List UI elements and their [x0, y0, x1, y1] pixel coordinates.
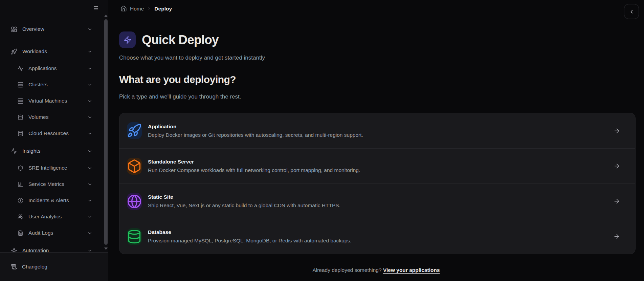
chevron-down-icon — [87, 66, 92, 71]
sidebar-item-label: Service Metrics — [28, 181, 64, 187]
app-window: Overview Workloads Applications Clusters… — [0, 0, 644, 281]
chevron-left-icon — [629, 9, 635, 15]
globe-icon — [127, 193, 142, 210]
sidebar-item-label: Volumes — [28, 114, 48, 120]
deploy-option-standalone-server[interactable]: Standalone Server Run Docker Compose wor… — [119, 148, 635, 183]
sidebar-item-label: Virtual Machines — [28, 98, 67, 104]
arrow-right-icon — [613, 233, 620, 240]
database-icon — [18, 131, 23, 136]
chevron-down-icon — [87, 27, 92, 32]
chevron-down-icon — [87, 166, 92, 171]
deploy-option-description: Provision managed MySQL, PostgreSQL, Mon… — [148, 238, 351, 244]
chevron-down-icon — [87, 131, 92, 136]
section-subheading: Pick a type and we'll guide you through … — [119, 93, 241, 100]
chevron-down-icon — [87, 182, 92, 187]
view-applications-link[interactable]: View your applications — [383, 267, 440, 273]
arrow-right-icon — [613, 198, 620, 205]
users-icon — [18, 214, 23, 220]
sidebar-item-overview[interactable]: Overview — [0, 22, 108, 36]
deploy-option-title: Static Site — [148, 194, 340, 200]
deploy-option-database[interactable]: Database Provision managed MySQL, Postgr… — [119, 219, 635, 254]
database-icon — [127, 228, 142, 245]
page-header: Quick Deploy — [119, 31, 219, 48]
sidebar-scrollbar-down-arrow[interactable] — [104, 247, 108, 250]
sidebar-item-label: Overview — [22, 26, 44, 32]
sidebar-item-automation[interactable]: Automation — [0, 244, 108, 252]
deploy-option-static-site[interactable]: Static Site Ship React, Vue, Next.js or … — [119, 183, 635, 219]
deploy-options-list: Application Deploy Docker images or Git … — [119, 113, 636, 254]
sidebar-item-label: Changelog — [22, 264, 47, 270]
rocket-icon — [127, 122, 142, 139]
sidebar-item-user-analytics[interactable]: User Analytics — [0, 210, 108, 223]
zap-icon — [124, 36, 132, 44]
sidebar: Overview Workloads Applications Clusters… — [0, 0, 108, 281]
chevron-down-icon — [87, 198, 92, 203]
sidebar-item-audit-logs[interactable]: Audit Logs — [0, 226, 108, 240]
chevron-down-icon — [87, 231, 92, 236]
sidebar-item-label: SRE Intelligence — [28, 165, 67, 171]
scroll-text-icon — [11, 264, 17, 270]
sidebar-item-virtual-machines[interactable]: Virtual Machines — [0, 94, 108, 108]
sidebar-item-label: User Analytics — [28, 214, 62, 220]
breadcrumb: Home Deploy — [120, 5, 172, 12]
home-icon — [120, 5, 127, 12]
deploy-option-description: Run Docker Compose workloads with full n… — [148, 167, 360, 173]
sparkles-icon — [11, 247, 17, 253]
layout-dashboard-icon — [11, 26, 17, 33]
sidebar-item-workloads[interactable]: Workloads — [0, 45, 108, 58]
deploy-option-description: Deploy Docker images or Git repositories… — [148, 132, 363, 138]
quick-deploy-icon-tile — [119, 31, 136, 48]
deploy-option-title: Database — [148, 229, 351, 235]
breadcrumb-home-link[interactable]: Home — [120, 5, 144, 12]
arrow-right-icon — [613, 127, 620, 134]
bar-chart-icon — [18, 181, 23, 187]
chevron-down-icon — [87, 149, 92, 154]
sidebar-item-service-metrics[interactable]: Service Metrics — [0, 177, 108, 191]
sidebar-item-changelog[interactable]: Changelog — [0, 252, 108, 281]
footer-note: Already deployed something? View your ap… — [108, 267, 644, 273]
sidebar-item-label: Workloads — [22, 48, 47, 55]
deploy-option-title: Standalone Server — [148, 159, 360, 165]
arrow-right-icon — [613, 163, 620, 170]
chevron-down-icon — [87, 248, 92, 253]
sidebar-item-label: Incidents & Alerts — [28, 197, 69, 203]
database-icon — [18, 114, 23, 120]
sidebar-item-label: Cloud Resources — [28, 130, 69, 136]
sidebar-item-label: Applications — [28, 65, 57, 71]
sidebar-item-label: Audit Logs — [28, 230, 53, 236]
sidebar-item-label: Insights — [22, 148, 40, 154]
deploy-option-title: Application — [148, 124, 363, 130]
box-icon — [127, 158, 142, 175]
chevron-right-icon — [147, 6, 151, 11]
page-subtitle: Choose what you want to deploy and get s… — [119, 55, 265, 61]
deploy-option-description: Ship React, Vue, Next.js or any static b… — [148, 202, 340, 209]
breadcrumb-home-label: Home — [130, 6, 144, 12]
section-heading: What are you deploying? — [119, 74, 236, 85]
sidebar-item-insights[interactable]: Insights — [0, 144, 108, 158]
rocket-icon — [11, 48, 17, 55]
main-content: Home Deploy Quick Deploy Choose what you… — [108, 0, 644, 281]
sidebar-item-volumes[interactable]: Volumes — [0, 110, 108, 124]
chevron-down-icon — [87, 49, 92, 54]
sidebar-item-applications[interactable]: Applications — [0, 62, 108, 75]
sidebar-item-clusters[interactable]: Clusters — [0, 78, 108, 91]
panel-collapse-button[interactable] — [624, 4, 639, 19]
footer-note-text: Already deployed something? — [312, 267, 381, 273]
server-icon — [18, 98, 23, 104]
file-text-icon — [18, 230, 23, 236]
shield-icon — [18, 165, 23, 171]
alert-circle-icon — [18, 198, 23, 203]
sidebar-item-label: Automation — [22, 247, 49, 252]
activity-icon — [11, 148, 17, 154]
chevron-down-icon — [87, 214, 92, 219]
chevron-down-icon — [87, 115, 92, 120]
sidebar-item-incidents-alerts[interactable]: Incidents & Alerts — [0, 194, 108, 207]
deploy-option-application[interactable]: Application Deploy Docker images or Git … — [119, 113, 635, 148]
sidebar-scrollbar-thumb[interactable] — [104, 19, 108, 245]
activity-icon — [18, 66, 23, 71]
chevron-down-icon — [87, 82, 92, 87]
sidebar-item-sre-intelligence[interactable]: SRE Intelligence — [0, 161, 108, 175]
sidebar-item-cloud-resources[interactable]: Cloud Resources — [0, 127, 108, 140]
sidebar-scrollbar-up-arrow[interactable] — [104, 15, 108, 17]
sidebar-nav: Overview Workloads Applications Clusters… — [0, 0, 108, 252]
